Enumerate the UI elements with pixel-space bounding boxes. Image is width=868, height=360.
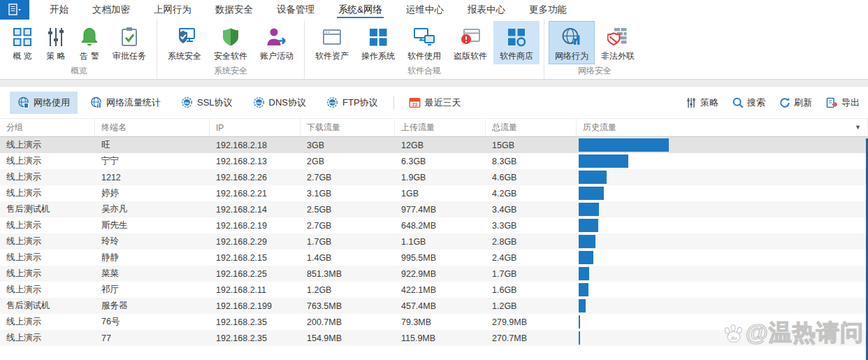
cell-terminal: 吴亦凡	[95, 203, 210, 215]
refresh-icon	[779, 97, 790, 108]
ribbon-item[interactable]: 盗版软件	[447, 21, 493, 64]
view-tab[interactable]: FTPFTP协议	[319, 92, 386, 114]
cell-ip: 192.168.2.26	[210, 173, 301, 182]
ribbon-item[interactable]: 账户活动	[254, 21, 300, 64]
table-row[interactable]: 线上演示宁宁192.168.2.132GB6.3GB8.3GB	[0, 153, 868, 169]
ribbon-item-label: 软件商店	[500, 50, 533, 62]
table-row[interactable]: 线上演示静静192.168.2.151.4GB995.5MB2.4GB	[0, 250, 868, 266]
ribbon-item[interactable]: 非法外联	[595, 21, 641, 64]
ribbon-item[interactable]: 安全软件	[208, 21, 254, 64]
menu-item[interactable]: 系统&网络	[326, 0, 394, 20]
cell-group: 售后测试机	[0, 300, 95, 312]
search-button-label: 搜索	[747, 96, 765, 109]
refresh-button[interactable]: 刷新	[779, 96, 812, 109]
column-header[interactable]: IP	[210, 119, 301, 136]
menu-item[interactable]: 数据安全	[203, 0, 265, 20]
column-header[interactable]: 上传流量	[395, 119, 486, 136]
pirated-software-icon	[459, 27, 482, 48]
policy-button[interactable]: 策略	[686, 96, 718, 109]
table-row[interactable]: 售后测试机吴亦凡192.168.2.142.5GB977.4MB3.4GB	[0, 201, 868, 217]
cell-history	[577, 201, 868, 217]
cell-terminal: 静静	[95, 252, 210, 264]
ribbon-item[interactable]: 系统安全	[161, 21, 208, 64]
menu-item[interactable]: 运维中心	[394, 0, 456, 20]
cell-download: 2.5GB	[301, 205, 395, 215]
menu-item[interactable]: 文档加密	[80, 0, 142, 20]
cell-history	[577, 137, 868, 153]
ribbon-item[interactable]: 概 览	[6, 21, 39, 64]
ribbon-item[interactable]: 网络行为	[549, 21, 595, 64]
globe-dns-icon: DNS	[253, 96, 265, 108]
table-row[interactable]: 线上演示菜菜192.168.2.25851.3MB922.9MB1.7GB	[0, 266, 868, 282]
menu-item[interactable]: 开始	[38, 0, 80, 20]
table-row[interactable]: 线上演示旺192.168.2.183GB12GB15GB	[0, 137, 868, 153]
cell-upload: 115.9MB	[395, 333, 486, 343]
ribbon: 概 览策 略告 警审批任务概览系统安全安全软件账户活动系统安全软件资产操作系统软…	[0, 20, 868, 79]
cell-upload: 922.9MB	[395, 269, 486, 279]
menu-item[interactable]: 报表中心	[456, 0, 517, 20]
view-tab[interactable]: DNSDNS协议	[245, 92, 314, 114]
history-bar	[579, 235, 595, 248]
column-filter-dropdown-icon[interactable]: ▼	[855, 124, 861, 131]
ribbon-item-label: 非法外联	[601, 50, 635, 62]
column-header[interactable]: 历史流量	[577, 119, 868, 136]
alert-bell-icon	[79, 27, 100, 48]
table-row[interactable]: 线上演示斯先生192.168.2.192.7GB648.2MB3.3GB	[0, 217, 868, 233]
approval-clipboard-icon	[119, 27, 140, 48]
cell-terminal: 宁宁	[95, 155, 210, 167]
ribbon-item[interactable]: 审批任务	[106, 21, 152, 64]
view-tab-label: 网络使用	[34, 96, 70, 109]
cell-download: 2GB	[301, 157, 395, 166]
policy-button-label: 策略	[700, 96, 718, 109]
table-row[interactable]: 线上演示玲玲192.168.2.291.7GB1.1GB2.8GB	[0, 233, 868, 250]
column-header[interactable]: 总流量	[486, 119, 577, 136]
ribbon-item[interactable]: 策 略	[39, 21, 73, 64]
table-row[interactable]: 线上演示76号192.168.2.35200.7MB79.3MB279.9MB	[0, 314, 868, 330]
globe-ssl-icon: SSL	[181, 96, 193, 108]
cell-history	[577, 314, 868, 330]
column-header[interactable]: 分组	[0, 119, 95, 136]
column-header[interactable]: 终端名	[95, 119, 210, 136]
globe-usage-icon	[17, 96, 29, 108]
table-row[interactable]: 线上演示婷婷192.168.2.213.1GB1GB4.2GB	[0, 185, 868, 201]
view-tab[interactable]: 网络使用	[10, 92, 78, 114]
cell-ip: 192.168.2.11	[210, 285, 301, 295]
export-button[interactable]: 导出	[826, 96, 860, 109]
cell-group: 线上演示	[0, 171, 95, 183]
date-filter-button[interactable]: 23最近三天	[401, 92, 469, 114]
menu-item[interactable]: 设备管理	[265, 0, 326, 20]
cell-terminal: 婷婷	[95, 187, 210, 199]
globe-ftp-icon: FTP	[326, 96, 338, 108]
ribbon-item[interactable]: 操作系统	[355, 21, 401, 64]
table-row[interactable]: 线上演示1212192.168.2.262.7GB1.9GB4.6GB	[0, 169, 868, 185]
ribbon-item[interactable]: 告 警	[73, 21, 106, 64]
menu-item[interactable]: 上网行为	[142, 0, 203, 20]
ribbon-item[interactable]: 软件商店	[493, 21, 540, 64]
view-tab[interactable]: 网络流量统计	[82, 92, 168, 114]
ribbon-item[interactable]: 软件使用	[401, 21, 447, 64]
table-row[interactable]: 线上演示77192.168.2.35154.9MB115.9MB270.7MB	[0, 330, 868, 346]
cell-ip: 192.168.2.19	[210, 221, 301, 231]
app-menu-button[interactable]	[0, 0, 29, 20]
table-row[interactable]: 售后测试机服务器192.168.2.199763.5MB457.4MB1.2GB	[0, 298, 868, 314]
cell-terminal: 菜菜	[95, 268, 210, 280]
network-behavior-icon	[560, 27, 583, 48]
search-button[interactable]: 搜索	[732, 96, 765, 109]
cell-terminal: 77	[95, 333, 210, 343]
menu-item[interactable]: 更多功能	[517, 0, 579, 20]
column-header[interactable]: 下载流量	[301, 119, 395, 136]
table-row[interactable]: 线上演示祁厅192.168.2.111.2GB422.1MB1.6GB	[0, 282, 868, 298]
ribbon-item[interactable]: 软件资产	[309, 21, 355, 64]
history-bar	[579, 267, 589, 280]
view-tab[interactable]: SSLSSL协议	[173, 92, 240, 114]
cell-ip: 192.168.2.35	[210, 333, 301, 343]
cell-upload: 977.4MB	[395, 205, 486, 215]
cell-download: 851.3MB	[301, 269, 395, 279]
history-bar	[579, 299, 586, 312]
ribbon-item-label: 软件使用	[407, 50, 441, 62]
cell-upload: 6.3GB	[395, 157, 486, 166]
cell-history	[577, 153, 868, 169]
cell-group: 线上演示	[0, 236, 95, 247]
tab-separator	[393, 96, 394, 109]
cell-group: 线上演示	[0, 268, 95, 280]
